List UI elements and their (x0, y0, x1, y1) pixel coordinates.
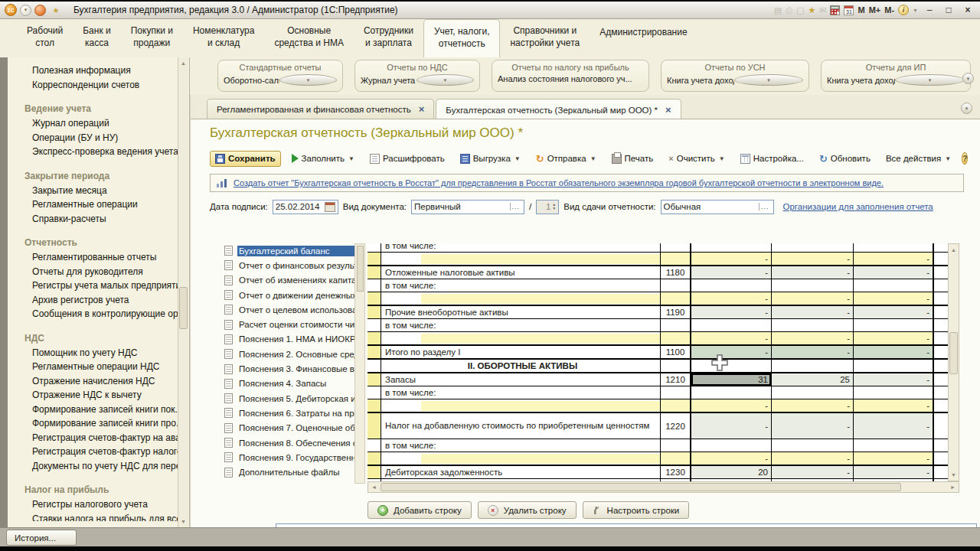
button-add-row[interactable]: +Добавить строку (368, 501, 472, 519)
sidebar-item[interactable]: Ставки налога на прибыль для все... (8, 512, 178, 522)
tree-item[interactable]: Отчет об изменениях капита (217, 273, 354, 288)
row-name-cell[interactable] (381, 292, 661, 305)
value-cell[interactable]: - (772, 399, 854, 412)
value-cell[interactable]: 25 (772, 373, 854, 386)
sidebar-item[interactable]: Формирование записей книги про... (8, 416, 178, 431)
rosstat-link[interactable]: Создать отчет "Бухгалтерская отчетность … (234, 178, 884, 187)
sidebar-item[interactable]: Отчеты для руководителя (8, 265, 178, 279)
value-cell[interactable] (691, 439, 772, 452)
value-cell[interactable]: - (772, 253, 854, 265)
sidebar-item[interactable]: Регистрация счетов-фактур на аванс (8, 431, 178, 445)
sidebar-item[interactable]: Помощник по учету НДС (8, 346, 178, 360)
scroll-left-icon[interactable]: ◄ (369, 482, 379, 492)
value-cell[interactable]: - (772, 452, 854, 465)
tree-item[interactable]: Пояснения 7. Оценочные обя (217, 421, 354, 435)
value-cell[interactable] (691, 386, 772, 399)
panel-dropdown-icon[interactable]: ▼ (895, 74, 965, 86)
toolbar-button-обновить[interactable]: ↻Обновить (815, 152, 875, 166)
report-panel-value[interactable]: Оборотно-сальдовая ведо...▼ (224, 74, 337, 86)
value-cell[interactable] (772, 243, 854, 252)
tab-close-icon[interactable]: × (419, 106, 425, 113)
value-cell[interactable]: - (772, 266, 854, 279)
tree-item[interactable]: Пояснения 1. НМА и НИОКР (217, 332, 354, 347)
table-vscroll-thumb[interactable] (949, 332, 958, 374)
value-cell[interactable]: - (854, 332, 934, 344)
table-horizontal-scrollbar[interactable]: ◄ ► (368, 481, 959, 493)
sidebar-item[interactable]: Регистрация счетов-фактур налого... (8, 445, 178, 459)
correction-number-input[interactable]: 1▲▼ (536, 200, 559, 214)
sidebar-item[interactable]: Справки-расчеты (8, 212, 178, 227)
report-panel-value[interactable]: Книга учета доходов и расхо...▼ (827, 74, 965, 86)
value-cell[interactable]: - (691, 346, 772, 358)
value-cell[interactable] (772, 279, 854, 292)
help-icon[interactable]: ? (962, 152, 968, 165)
value-cell[interactable]: - (691, 266, 772, 279)
row-name-cell[interactable] (381, 253, 661, 265)
submit-kind-input[interactable]: Обычная... (661, 200, 774, 214)
sidebar-item[interactable]: Регламентные операции НДС (8, 360, 178, 374)
value-cell[interactable]: - (772, 413, 854, 439)
tree-item[interactable]: Пояснения 5. Дебиторская и (217, 391, 354, 406)
value-cell[interactable]: - (854, 373, 934, 386)
scroll-down-icon[interactable]: ▼ (178, 517, 188, 527)
value-cell[interactable] (854, 386, 934, 399)
tree-item[interactable]: Отчет о финансовых результ (217, 258, 354, 272)
table-vertical-scrollbar[interactable]: ▲ ▼ (948, 243, 959, 481)
tree-scrollbar[interactable] (354, 243, 365, 484)
choose-icon[interactable]: ... (759, 203, 771, 210)
sidebar-item[interactable]: Отражение начисления НДС (8, 374, 178, 389)
button-wrench[interactable]: Настроить строки (583, 501, 690, 519)
toolbar-button-заполнить[interactable]: Заполнить▼ (287, 152, 359, 165)
input-field[interactable] (421, 334, 660, 344)
tree-item[interactable]: Отчет о целевом использова (217, 302, 354, 317)
value-cell[interactable] (854, 439, 934, 452)
scroll-right-icon[interactable]: ► (948, 482, 958, 492)
value-cell[interactable] (772, 360, 854, 372)
value-cell[interactable]: - (772, 466, 854, 478)
table-hscroll-thumb[interactable] (381, 483, 901, 491)
tree-item[interactable]: Пояснения 6. Затраты на про (217, 406, 354, 420)
value-cell[interactable] (854, 360, 934, 372)
value-cell[interactable]: - (691, 253, 772, 265)
tree-item[interactable]: Пояснения 3. Финансовые в. (217, 361, 354, 376)
document-tab[interactable]: Бухгалтерская отчетность (Зеркальный мир… (436, 99, 681, 121)
close-button[interactable]: × (960, 5, 975, 15)
tree-item[interactable]: Пояснения 8. Обеспечения о (217, 435, 354, 450)
tree-item[interactable]: Дополнительные файлы (217, 465, 354, 479)
sidebar-scroll-thumb[interactable] (179, 287, 188, 329)
calculator-icon[interactable] (830, 5, 840, 15)
row-name-cell[interactable] (381, 399, 661, 412)
link-icon[interactable]: ✉ (819, 5, 826, 15)
toolbar-button-расшифровать[interactable]: Расшифровать (365, 152, 449, 166)
restore-button[interactable]: □ (941, 5, 956, 15)
tree-item[interactable]: Пояснения 9. Государственн. (217, 450, 354, 465)
memory-mminus-button[interactable]: M- (884, 5, 894, 15)
toolbar-button-настройка...[interactable]: Настройка... (736, 152, 808, 166)
tree-item[interactable]: Отчет о движении денежных (217, 288, 354, 302)
sidebar-item[interactable]: Закрытие месяца (8, 184, 178, 198)
sidebar-item[interactable]: Полезная информация (8, 64, 178, 78)
sidebar-item[interactable]: Регистры учета малых предприятий (8, 279, 178, 293)
main-menu-dropdown-icon[interactable]: ▼ (20, 5, 31, 16)
value-cell[interactable] (854, 319, 934, 331)
value-cell[interactable] (691, 319, 772, 331)
sidebar-item[interactable]: Экспресс-проверка ведения учета (8, 145, 178, 159)
choose-icon[interactable]: ... (510, 203, 522, 210)
minimize-button[interactable]: – (922, 5, 937, 15)
value-cell[interactable]: - (772, 346, 854, 358)
value-cell[interactable]: - (691, 399, 772, 412)
tree-scroll-thumb[interactable] (357, 246, 364, 292)
sidebar-item[interactable]: Формирование записей книги пок... (8, 403, 178, 417)
value-cell[interactable]: - (691, 292, 772, 305)
value-cell[interactable]: - (854, 292, 934, 305)
sidebar-item[interactable]: Регламентные операции (8, 197, 178, 212)
menu-tab-Сотрудники и зарплата[interactable]: Сотрудникии зарплата (354, 19, 423, 57)
scroll-up-icon[interactable]: ▲ (178, 58, 188, 68)
save-icon[interactable]: ▤ (774, 5, 782, 15)
value-cell[interactable]: - (691, 332, 772, 344)
sidebar-item[interactable]: Журнал операций (8, 116, 178, 131)
menu-tab-Администрирование[interactable]: Администрирование (590, 19, 697, 57)
sidebar-item[interactable]: Регистры налогового учета (8, 497, 178, 512)
sidebar-item[interactable]: Отражение НДС к вычету (8, 388, 178, 403)
value-cell[interactable]: - (772, 306, 854, 318)
